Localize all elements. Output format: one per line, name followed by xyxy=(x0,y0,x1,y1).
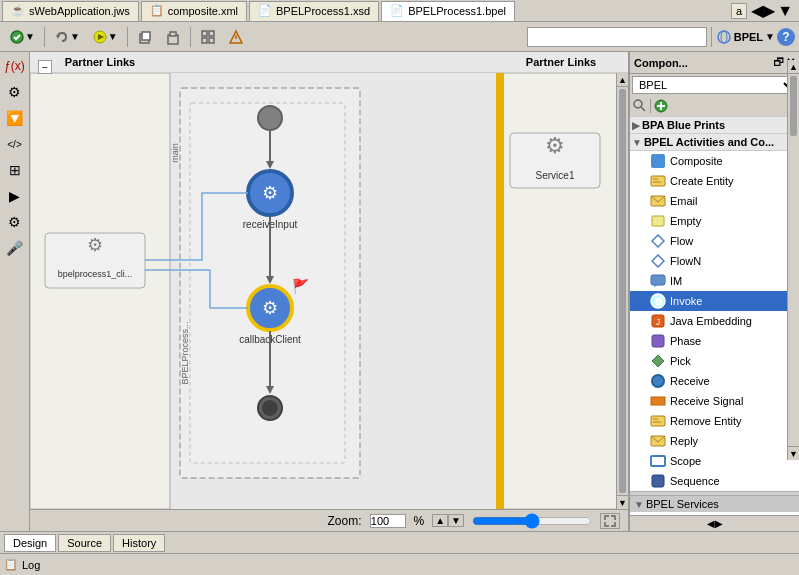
item-invoke[interactable]: ⚙ Invoke xyxy=(630,291,799,311)
dropdown-tabs-icon[interactable]: ▼ xyxy=(777,2,793,20)
run-icon xyxy=(92,29,108,45)
item-empty[interactable]: Empty xyxy=(630,211,799,231)
component-add-icon[interactable] xyxy=(653,98,669,114)
validate-button[interactable] xyxy=(223,25,249,49)
item-scope[interactable]: Scope xyxy=(630,451,799,471)
item-scope-label: Scope xyxy=(670,455,701,467)
copy-button[interactable] xyxy=(132,25,158,49)
zoom-up-button[interactable]: ▲ xyxy=(432,514,448,527)
zoom-down-button[interactable]: ▼ xyxy=(448,514,464,527)
bpel-services-group[interactable]: ▼ BPEL Services xyxy=(630,495,799,512)
svg-rect-43 xyxy=(496,73,504,509)
item-email[interactable]: Email xyxy=(630,191,799,211)
partner-links-header: Partner Links Partner Links xyxy=(30,52,628,73)
tab-composite[interactable]: 📋 composite.xml xyxy=(141,1,247,21)
comp-scroll-up[interactable]: ▲ xyxy=(788,60,799,74)
help-button[interactable]: ? xyxy=(777,28,795,46)
comp-scroll-down[interactable]: ▼ xyxy=(788,446,799,460)
settings-button[interactable]: ⚙ xyxy=(3,80,27,104)
source-tab[interactable]: Source xyxy=(58,534,111,552)
filter-button[interactable]: 🔽 xyxy=(3,106,27,130)
item-sequence[interactable]: Sequence xyxy=(630,471,799,491)
scroll-right-icon[interactable]: ▶ xyxy=(763,1,775,20)
item-phase[interactable]: Phase xyxy=(630,331,799,351)
undo-dropdown[interactable]: ▼ xyxy=(70,31,80,42)
fit-button[interactable] xyxy=(600,513,620,529)
svg-rect-71 xyxy=(652,475,664,487)
item-flow[interactable]: Flow xyxy=(630,231,799,251)
item-receive-signal[interactable]: Receive Signal xyxy=(630,391,799,411)
window-a-button[interactable]: a xyxy=(731,3,747,19)
right-partner-links-label: Partner Links xyxy=(506,56,616,68)
svg-rect-53 xyxy=(652,216,664,226)
bpel-services-label: BPEL Services xyxy=(646,498,719,510)
zoom-bar: Zoom: % ▲ ▼ xyxy=(30,509,628,531)
panel-minimize-button[interactable]: 🗗 xyxy=(773,56,784,69)
component-type-select[interactable]: BPEL xyxy=(632,76,797,94)
item-pick[interactable]: Pick xyxy=(630,351,799,371)
svg-rect-9 xyxy=(209,31,214,36)
undo-icon xyxy=(54,29,70,45)
layout2-button[interactable]: ⊞ xyxy=(3,158,27,182)
run-button[interactable]: ▼ xyxy=(87,25,123,49)
scroll-down-button[interactable]: ▼ xyxy=(617,495,628,509)
run2-button[interactable]: ▶ xyxy=(3,184,27,208)
item-remove-entity[interactable]: Remove Entity xyxy=(630,411,799,431)
save-button[interactable]: ▼ xyxy=(4,25,40,49)
bpa-group[interactable]: ▶ BPA Blue Prints xyxy=(630,117,799,134)
layout-button[interactable] xyxy=(195,25,221,49)
collapse-button[interactable]: − xyxy=(38,60,52,74)
tab-bpel[interactable]: 📄 BPELProcess1.bpel xyxy=(381,1,515,21)
mic-button[interactable]: 🎤 xyxy=(3,236,27,260)
vertical-scrollbar[interactable]: ▲ ▼ xyxy=(616,73,628,509)
svg-point-36 xyxy=(262,400,278,416)
email-icon xyxy=(650,193,666,209)
run-dropdown[interactable]: ▼ xyxy=(108,31,118,42)
bpel-activities-group[interactable]: ▼ BPEL Activities and Co... xyxy=(630,134,799,151)
design-tab[interactable]: Design xyxy=(4,534,56,552)
scroll-up-button[interactable]: ▲ xyxy=(617,73,628,87)
flow-icon xyxy=(650,233,666,249)
save-dropdown-icon[interactable]: ▼ xyxy=(25,31,35,42)
scroll-left-icon[interactable]: ◀ xyxy=(751,1,763,20)
item-reply[interactable]: Reply xyxy=(630,431,799,451)
zoom-unit: % xyxy=(414,514,425,528)
svg-line-45 xyxy=(641,107,645,111)
item-receive-signal-label: Receive Signal xyxy=(670,395,743,407)
main-toolbar: ▼ ▼ ▼ BPEL ▼ ? xyxy=(0,22,799,52)
item-im[interactable]: IM xyxy=(630,271,799,291)
history-tab[interactable]: History xyxy=(113,534,165,552)
tab-jws-label: sWebApplication.jws xyxy=(29,5,130,17)
zoom-input[interactable] xyxy=(370,514,406,528)
item-receive[interactable]: Receive xyxy=(630,371,799,391)
item-java-embedding[interactable]: J Java Embedding xyxy=(630,311,799,331)
comp-left-arrow[interactable]: ◀ xyxy=(707,518,715,529)
item-create-entity[interactable]: Create Entity xyxy=(630,171,799,191)
settings2-button[interactable]: ⚙ xyxy=(3,210,27,234)
svg-point-44 xyxy=(634,100,642,108)
tab-bar: ☕ sWebApplication.jws 📋 composite.xml 📄 … xyxy=(0,0,799,22)
comp-right-arrow[interactable]: ▶ xyxy=(715,518,723,529)
formula-button[interactable]: ƒ(x) xyxy=(3,54,27,78)
undo-button[interactable]: ▼ xyxy=(49,25,85,49)
item-composite[interactable]: Composite xyxy=(630,151,799,171)
reply-icon xyxy=(650,433,666,449)
item-flown[interactable]: FlowN xyxy=(630,251,799,271)
svg-text:main: main xyxy=(170,143,180,163)
tab-jws[interactable]: ☕ sWebApplication.jws xyxy=(2,1,139,21)
paste-button[interactable] xyxy=(160,25,186,49)
canvas-content[interactable]: main BPELProcess... ⚙ receiveInput xyxy=(30,73,628,509)
svg-marker-1 xyxy=(56,35,60,39)
validate-icon xyxy=(228,29,244,45)
bpel-dropdown-icon[interactable]: ▼ xyxy=(765,31,775,42)
search-input[interactable] xyxy=(527,27,707,47)
phase-icon xyxy=(650,333,666,349)
source2-button[interactable]: </> xyxy=(3,132,27,156)
component-scrollbar[interactable]: ▲ ▼ xyxy=(787,60,799,460)
component-panel-header: Compon... 🗗 ✕ xyxy=(630,52,799,74)
component-panel-title: Compon... xyxy=(634,57,688,69)
svg-text:Service1: Service1 xyxy=(536,170,575,181)
zoom-slider[interactable] xyxy=(472,513,592,529)
sep3 xyxy=(190,27,191,47)
tab-xsd[interactable]: 📄 BPELProcess1.xsd xyxy=(249,1,379,21)
